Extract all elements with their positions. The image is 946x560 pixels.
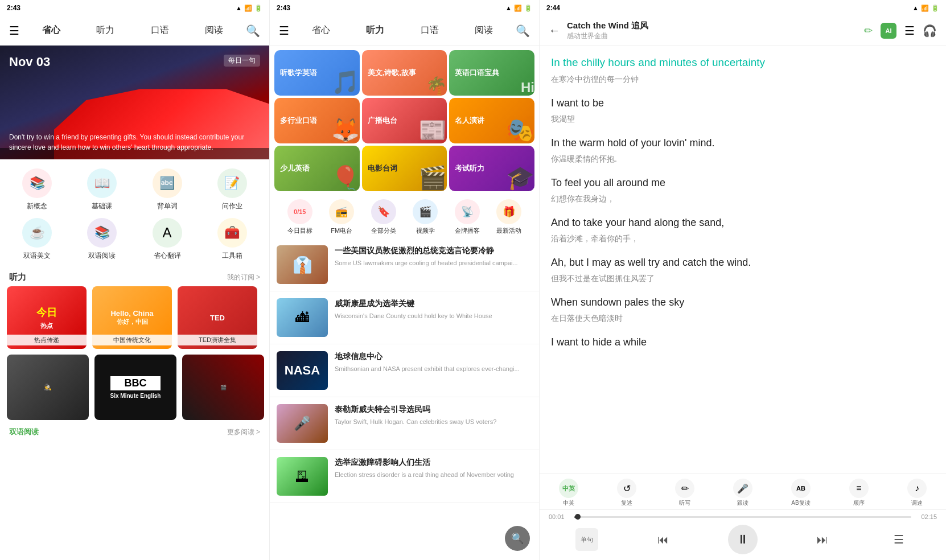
lyric-en-2: In the warm hold of your lovin' mind. [551, 135, 935, 151]
news-sub-4: Election stress disorder is a real thing… [335, 471, 532, 479]
ai-icon[interactable]: AI [881, 23, 896, 39]
icon-grid-row1: 📚 新概念 📖 基础课 🔤 背单词 📝 问作业 [0, 159, 269, 216]
card-movie[interactable]: 🎬 [182, 355, 264, 420]
section-title-listen: 听力 [9, 272, 26, 283]
lyrics-area: In the chilly hours and minutes of uncer… [540, 46, 946, 473]
lyric-en-7: I want to hide a while [551, 335, 935, 350]
icon-video-learn[interactable]: 🎬 视频学 [413, 199, 438, 235]
news-item-3[interactable]: 🎤 泰勒斯威夫特会引导选民吗 Taylor Swift, Hulk Hogan.… [270, 397, 539, 450]
cat-speech[interactable]: 名人演讲 🎭 [449, 98, 534, 143]
edit-icon[interactable]: ✏ [864, 24, 873, 37]
progress-bar[interactable] [574, 516, 911, 518]
icon-gongju[interactable]: 🧰 工具箱 [202, 218, 262, 261]
cat-prose[interactable]: 美文,诗歌,故事 🌴 [362, 50, 447, 96]
icon-latest[interactable]: 🎁 最新活动 [496, 199, 521, 235]
news-thumb-2: NASA [277, 351, 328, 390]
category-grid: 听歌学英语 🎵 美文,诗歌,故事 🌴 英语口语宝典 Hi 多行业口语 🦊 广播电… [270, 46, 539, 195]
cat-exam[interactable]: 考试听力 🎓 [449, 146, 534, 191]
nav-shengxin[interactable]: 省心 [24, 24, 79, 36]
bottom-link-shuangyu[interactable]: 双语阅读 [9, 427, 39, 437]
icon-shuangyu-yuedu[interactable]: 📚 双语阅读 [72, 218, 132, 261]
icon-jichuke[interactable]: 📖 基础课 [72, 168, 132, 211]
playlist-button[interactable]: ☰ [887, 528, 910, 551]
opt-tiaoci[interactable]: ♪ 调速 [907, 479, 927, 507]
lyric-en-3: To feel you all around me [551, 175, 935, 191]
cat-movie-lines[interactable]: 电影台词 🎬 [362, 146, 447, 191]
news-thumb-1: 🏙 [277, 298, 328, 337]
card-bbc[interactable]: BBC Six Minute English [94, 355, 176, 420]
opt-shunxu[interactable]: ≡ 顺序 [849, 479, 869, 507]
opt-zhongying[interactable]: 中英 中英 [559, 479, 578, 507]
time-current: 00:01 [549, 513, 569, 520]
card-china-culture[interactable]: Hello, China 你好，中国 中国传统文化 [92, 286, 172, 349]
nav-tingli-2[interactable]: 听力 [348, 24, 403, 36]
icon-podcast[interactable]: 📡 金牌播客 [455, 199, 480, 235]
nav-yuedu-2[interactable]: 阅读 [457, 24, 512, 36]
small-icons-row: 0/15 今日目标 📻 FM电台 🔖 全部分类 🎬 视频学 📡 金牌播客 [270, 195, 539, 238]
cat-spoken[interactable]: 英语口语宝典 Hi [449, 50, 534, 96]
opt-ab[interactable]: AB AB复读 [791, 479, 811, 507]
icon-shuangyu-meiwen[interactable]: ☕ 双语美文 [7, 218, 67, 261]
icon-fm[interactable]: 📻 FM电台 [329, 199, 354, 235]
cat-industry[interactable]: 多行业口语 🦊 [274, 98, 360, 143]
player-controls: 中英 中英 ↺ 复述 ✏ 听写 🎤 跟读 AB AB复读 [540, 473, 946, 560]
lyric-en-1: I want to be [551, 96, 935, 111]
icon-all-categories[interactable]: 🔖 全部分类 [371, 199, 396, 235]
lyric-zh-1: 我渴望 [551, 113, 935, 125]
news-thumb-4: 🗳 [277, 457, 328, 496]
lyric-en-0: In the chilly hours and minutes of uncer… [551, 55, 935, 71]
search-icon-2[interactable]: 🔍 [516, 24, 530, 38]
news-list: 👔 一些美国议员敦促激烈的总统竞选言论要冷静 Some US lawmakers… [270, 238, 539, 560]
cat-kids[interactable]: 少儿英语 🎈 [274, 146, 360, 191]
nav-shengxin-2[interactable]: 省心 [294, 24, 348, 36]
nav-kouyu-2[interactable]: 口语 [402, 24, 457, 36]
section-link-listen[interactable]: 我的订阅 > [227, 273, 260, 282]
next-button[interactable]: ⏭ [811, 528, 834, 551]
lyrics-header: ← Catch the Wind 追风 感动世界金曲 ✏ AI ☰ 🎧 [540, 16, 946, 46]
card-hot[interactable]: 今日 热点 热点传递 [7, 286, 87, 349]
nav-tingli-1[interactable]: 听力 [79, 24, 133, 36]
nav-yuedu-1[interactable]: 阅读 [187, 24, 242, 36]
menu-icon-lyrics[interactable]: ☰ [904, 24, 915, 38]
cat-radio[interactable]: 广播电台 📰 [362, 98, 447, 143]
time-3: 2:44 [546, 4, 560, 12]
opt-fushu[interactable]: ↺ 复述 [617, 479, 636, 507]
progress-area: 00:01 02:15 [540, 510, 946, 522]
cat-songs[interactable]: 听歌学英语 🎵 [274, 50, 360, 96]
news-item-4[interactable]: 🗳 选举应激障碍影响人们生活 Election stress disorder … [270, 450, 539, 503]
lyric-en-6: When sundown pales the sky [551, 295, 935, 310]
news-title-4: 选举应激障碍影响人们生活 [335, 457, 532, 468]
news-sub-2: Smithsonian and NASA present exhibit tha… [335, 365, 532, 373]
news-item-0[interactable]: 👔 一些美国议员敦促激烈的总统竞选言论要冷静 Some US lawmakers… [270, 238, 539, 291]
opt-gendou[interactable]: 🎤 跟读 [733, 479, 752, 507]
opt-tingxie[interactable]: ✏ 听写 [675, 479, 694, 507]
card-ted-label: TED演讲全集 [178, 335, 257, 345]
search-icon-1[interactable]: 🔍 [246, 24, 260, 38]
icon-fanyi[interactable]: A 省心翻译 [137, 218, 198, 261]
hero-badge: 每日一句 [224, 55, 260, 67]
headphone-icon[interactable]: 🎧 [923, 24, 937, 38]
pause-button[interactable]: ⏸ [728, 525, 758, 554]
icon-wenzuoye[interactable]: 📝 问作业 [202, 168, 262, 211]
news-item-2[interactable]: NASA 地球信息中心 Smithsonian and NASA present… [270, 344, 539, 397]
bottom-links: 双语阅读 更多阅读 > [0, 425, 269, 439]
status-icons-3: ▲ 📶 🔋 [912, 5, 939, 12]
menu-icon-1[interactable]: ☰ [9, 24, 19, 38]
more-link[interactable]: 更多阅读 > [227, 427, 260, 437]
single-btn[interactable]: 单句 [575, 528, 598, 551]
icon-beidan[interactable]: 🔤 背单词 [137, 168, 198, 211]
menu-icon-2[interactable]: ☰ [279, 24, 289, 38]
prev-button[interactable]: ⏮ [652, 528, 674, 551]
icon-xingainian[interactable]: 📚 新概念 [7, 168, 67, 211]
card-ted[interactable]: TED TED演讲全集 [178, 286, 257, 349]
status-bar-3: 2:44 ▲ 📶 🔋 [540, 0, 946, 16]
panel-home: ☰ 省心 听力 口语 阅读 🔍 Nov 03 每日一句 Don't try to… [0, 16, 270, 560]
news-item-1[interactable]: 🏙 威斯康星成为选举关键 Wisconsin's Dane County cou… [270, 291, 539, 344]
nav-kouyu-1[interactable]: 口语 [133, 24, 187, 36]
icon-today-goal[interactable]: 0/15 今日目标 [287, 199, 312, 235]
back-button[interactable]: ← [549, 24, 560, 37]
player-options-row: 中英 中英 ↺ 复述 ✏ 听写 🎤 跟读 AB AB复读 [540, 474, 946, 510]
nav-bar-2: ☰ 省心 听力 口语 阅读 🔍 [270, 16, 539, 46]
search-fab-2[interactable]: 🔍 [505, 526, 530, 551]
card-holmes[interactable]: 🕵 [7, 355, 89, 420]
